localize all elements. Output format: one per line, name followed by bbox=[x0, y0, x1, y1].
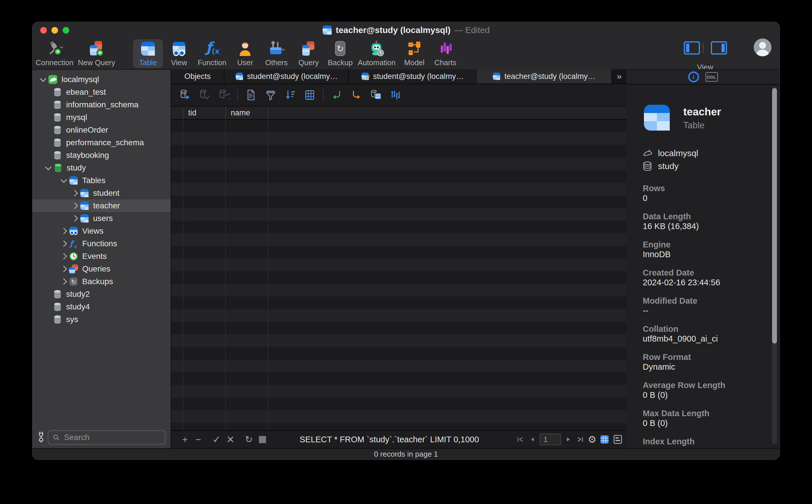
table-icon bbox=[492, 72, 501, 81]
tree-item-performance_schema[interactable]: performance_schema bbox=[32, 136, 171, 149]
tree-item-study2[interactable]: study2 bbox=[32, 288, 171, 301]
toggle-left-pane-button[interactable] bbox=[684, 41, 700, 55]
events-folder-icon bbox=[69, 251, 78, 261]
tree-item-functions[interactable]: Functions bbox=[32, 237, 171, 250]
tree-item-staybooking[interactable]: staybooking bbox=[32, 149, 171, 162]
stop-button[interactable] bbox=[259, 436, 266, 443]
first-page-button[interactable] bbox=[515, 435, 525, 444]
tree-item-sys[interactable]: sys bbox=[32, 313, 171, 326]
analyze-button[interactable] bbox=[386, 89, 405, 101]
tab-teacher-grid[interactable]: teacher@study (localmy… bbox=[476, 69, 612, 84]
grid-view-mode-button[interactable] bbox=[599, 434, 610, 445]
chevron-right-icon[interactable] bbox=[70, 214, 80, 223]
connection-plug-icon bbox=[32, 39, 78, 58]
tree-item-mysql[interactable]: mysql bbox=[32, 111, 171, 124]
last-page-button[interactable] bbox=[576, 435, 585, 444]
column-header-name[interactable]: name bbox=[226, 106, 268, 119]
result-grid[interactable] bbox=[171, 120, 627, 430]
user-avatar[interactable] bbox=[754, 38, 772, 56]
database-open-icon bbox=[53, 163, 63, 173]
page-number-input[interactable] bbox=[539, 434, 561, 445]
chevron-right-icon[interactable] bbox=[59, 264, 69, 274]
chevron-down-icon[interactable] bbox=[43, 163, 53, 173]
sort-button[interactable] bbox=[281, 89, 300, 101]
tab-overflow-button[interactable]: » bbox=[612, 69, 627, 84]
discard-changes-button[interactable]: ✕ bbox=[225, 431, 236, 448]
table-icon bbox=[322, 25, 332, 35]
transaction-icon bbox=[179, 89, 191, 101]
connection-row: localmysql bbox=[642, 148, 698, 159]
rollback-button[interactable] bbox=[215, 89, 234, 101]
delete-record-button[interactable]: − bbox=[193, 431, 204, 448]
database-icon bbox=[53, 302, 62, 312]
add-record-button[interactable]: + bbox=[180, 431, 190, 448]
minimize-window-button[interactable] bbox=[51, 27, 58, 34]
tree-item-teacher[interactable]: teacher bbox=[32, 199, 171, 212]
data-format-button[interactable]: 101 ABC bbox=[366, 89, 386, 101]
column-header-tid[interactable]: tid bbox=[183, 106, 226, 119]
toggle-right-pane-button[interactable] bbox=[711, 41, 727, 55]
backups-folder-icon bbox=[69, 277, 78, 286]
next-page-button[interactable] bbox=[564, 435, 573, 444]
tree-item-queries[interactable]: Queries bbox=[32, 263, 171, 275]
close-window-button[interactable] bbox=[40, 27, 47, 34]
queries-folder-icon bbox=[69, 264, 78, 274]
chevron-right-icon[interactable] bbox=[59, 251, 69, 261]
tree-item-student[interactable]: student bbox=[32, 187, 171, 199]
grid-toolbar: 101 ABC bbox=[171, 84, 627, 106]
panel-scrollbar-thumb[interactable] bbox=[772, 88, 777, 344]
text-options-button[interactable] bbox=[241, 89, 261, 101]
tree-item-events[interactable]: Events bbox=[32, 250, 171, 263]
form-view-mode-button[interactable] bbox=[613, 434, 623, 445]
refresh-button[interactable]: ↻ bbox=[244, 431, 254, 448]
commit-button[interactable] bbox=[195, 89, 215, 101]
tree-item-users[interactable]: users bbox=[32, 212, 171, 225]
toolbar-connection-button[interactable]: Connection bbox=[32, 39, 78, 69]
table-icon bbox=[80, 201, 89, 211]
filter-button[interactable] bbox=[261, 89, 281, 101]
chevron-right-icon[interactable] bbox=[70, 188, 80, 198]
grid-view-button[interactable] bbox=[300, 89, 320, 101]
mysql-connection-icon bbox=[48, 75, 58, 84]
zoom-window-button[interactable] bbox=[63, 27, 69, 34]
object-information-panel: i DDL teacher Table localmysql study Row… bbox=[627, 69, 780, 448]
grid-settings-button[interactable]: ⚙ bbox=[588, 435, 596, 444]
tab-objects[interactable]: Objects bbox=[171, 69, 225, 84]
tree-item-tables[interactable]: Tables bbox=[32, 174, 171, 187]
tab-student-design[interactable]: student@study (localmy… bbox=[349, 69, 476, 84]
tree-item-views[interactable]: Views bbox=[32, 225, 171, 237]
tree-item-backups[interactable]: Backups bbox=[32, 275, 171, 288]
field-data-length: Data Length 16 KB (16,384) bbox=[643, 212, 767, 231]
previous-page-button[interactable] bbox=[527, 435, 537, 444]
info-tab-button[interactable]: i bbox=[688, 71, 699, 82]
apply-changes-button[interactable]: ✓ bbox=[212, 431, 222, 448]
row-selector-header[interactable] bbox=[171, 106, 183, 119]
chevron-right-icon[interactable] bbox=[59, 239, 69, 249]
chevron-down-icon[interactable] bbox=[59, 176, 69, 185]
toolbar-new-query-button[interactable]: New Query bbox=[73, 39, 119, 69]
chevron-down-icon[interactable] bbox=[38, 75, 48, 84]
titlebar: teacher@study (localmysql) — Edited bbox=[32, 22, 780, 38]
tree-item-study4[interactable]: study4 bbox=[32, 301, 171, 313]
ddl-tab-button[interactable]: DDL bbox=[705, 72, 718, 82]
tree-item-information_schema[interactable]: information_schema bbox=[32, 98, 171, 111]
tree-item-ebean_test[interactable]: ebean_test bbox=[32, 86, 171, 98]
tab-student-grid[interactable]: student@study (localmy… bbox=[225, 69, 349, 84]
toolbar-charts-button[interactable]: Charts bbox=[422, 39, 468, 69]
undo-button[interactable] bbox=[327, 89, 347, 101]
begin-transaction-button[interactable] bbox=[175, 89, 195, 101]
tables-folder-icon bbox=[69, 176, 78, 185]
tree-item-localmysql[interactable]: localmysql bbox=[32, 73, 171, 86]
search-input[interactable] bbox=[63, 433, 160, 442]
person-icon bbox=[754, 38, 772, 56]
column-divider bbox=[268, 120, 268, 430]
database-icon bbox=[53, 138, 62, 148]
chevron-right-icon[interactable] bbox=[59, 226, 69, 236]
redo-button[interactable] bbox=[347, 89, 366, 101]
chevron-right-icon[interactable] bbox=[70, 201, 80, 211]
connection-status-icon[interactable] bbox=[36, 431, 46, 443]
tree-item-study[interactable]: study bbox=[32, 162, 171, 174]
object-type: Table bbox=[683, 120, 705, 131]
chevron-right-icon[interactable] bbox=[59, 277, 69, 286]
tree-item-onlineOrder[interactable]: onlineOrder bbox=[32, 124, 171, 136]
